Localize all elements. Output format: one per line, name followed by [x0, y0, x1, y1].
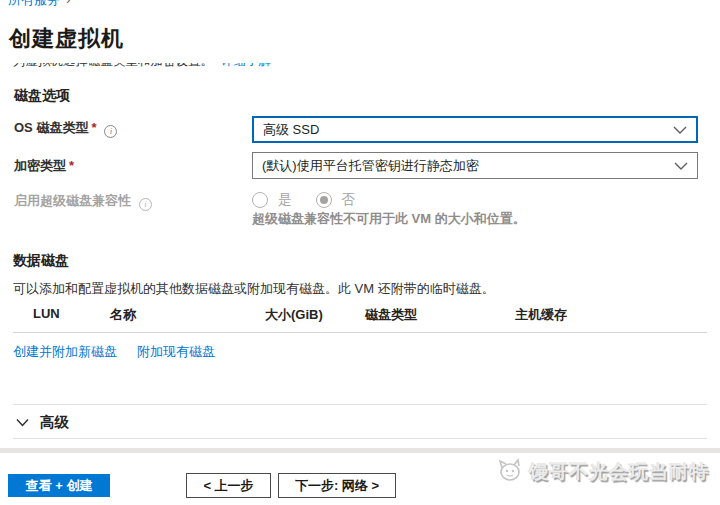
info-icon[interactable]: i: [104, 125, 117, 138]
review-create-button[interactable]: 查看 + 创建: [8, 474, 110, 497]
chevron-down-icon: [16, 415, 29, 430]
radio-no[interactable]: [316, 192, 332, 208]
advanced-accordion-label: 高级: [40, 413, 69, 432]
advanced-accordion[interactable]: 高级: [16, 413, 69, 432]
required-asterisk: *: [91, 120, 96, 135]
encryption-type-dropdown[interactable]: (默认)使用平台托管密钥进行静态加密: [252, 152, 698, 179]
data-disks-description: 可以添加和配置虚拟机的其他数据磁盘或附加现有磁盘。此 VM 还附带的临时磁盘。: [13, 280, 495, 298]
chevron-down-icon: [673, 126, 687, 134]
chevron-down-icon: [674, 162, 688, 170]
encryption-type-label: 加密类型*: [14, 157, 74, 175]
ultra-disk-label: 启用超级磁盘兼容性i: [14, 192, 152, 211]
breadcrumb-link-all-services[interactable]: 所有服务: [8, 0, 60, 7]
footer-separator: [0, 448, 720, 453]
info-icon[interactable]: i: [139, 198, 152, 211]
radio-yes-label: 是: [278, 191, 292, 209]
column-header-size: 大小(GiB): [265, 306, 323, 324]
column-header-cache: 主机缓存: [515, 306, 567, 324]
create-attach-new-disk-link[interactable]: 创建并附加新磁盘: [13, 343, 117, 361]
cat-logo-icon: [498, 458, 523, 485]
breadcrumb: 所有服务›: [8, 0, 208, 9]
intro-text: 为虚拟机选择磁盘类型和加密设置。: [13, 63, 213, 68]
divider: [13, 438, 707, 439]
column-header-lun: LUN: [33, 306, 60, 321]
column-header-name: 名称: [110, 306, 136, 324]
watermark: 馒哥不光会玩当耐特: [498, 458, 709, 485]
previous-button[interactable]: < 上一步: [186, 473, 271, 498]
column-header-type: 磁盘类型: [365, 306, 417, 324]
ultra-disk-radio-group: 是 否: [252, 191, 369, 209]
table-divider: [13, 332, 707, 333]
os-disk-type-dropdown[interactable]: 高级 SSD: [252, 116, 698, 143]
breadcrumb-separator: ›: [66, 0, 70, 7]
radio-no-label: 否: [342, 191, 356, 209]
ultra-disk-note: 超级磁盘兼容性不可用于此 VM 的大小和位置。: [252, 210, 526, 228]
section-heading-data-disks: 数据磁盘: [13, 252, 69, 270]
os-disk-type-label: OS 磁盘类型*i: [14, 119, 117, 138]
section-heading-disk-options: 磁盘选项: [14, 87, 70, 105]
learn-more-link[interactable]: 详细了解: [221, 63, 271, 68]
divider: [13, 404, 707, 405]
page-title: 创建虚拟机: [9, 24, 124, 54]
radio-yes[interactable]: [252, 192, 268, 208]
watermark-text: 馒哥不光会玩当耐特: [529, 459, 709, 485]
intro-text-clipped: 为虚拟机选择磁盘类型和加密设置。详细了解: [13, 63, 413, 71]
data-disks-table-header: LUN 名称 大小(GiB) 磁盘类型 主机缓存: [0, 306, 720, 324]
attach-existing-disk-link[interactable]: 附加现有磁盘: [137, 343, 215, 361]
next-network-button[interactable]: 下一步: 网络 >: [278, 473, 396, 498]
encryption-type-value: (默认)使用平台托管密钥进行静态加密: [262, 157, 479, 175]
required-asterisk: *: [69, 158, 74, 173]
os-disk-type-value: 高级 SSD: [263, 121, 319, 139]
